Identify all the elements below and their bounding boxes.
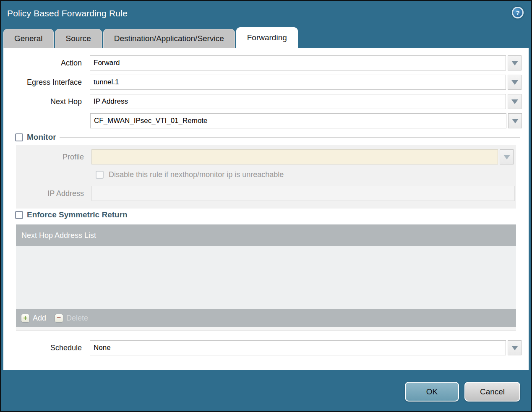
chevron-down-icon	[511, 346, 518, 350]
action-input[interactable]	[90, 55, 506, 70]
monitor-panel: Profile Disable this rule if nexthop/mon…	[16, 145, 516, 209]
next-hop-address-list-toolbar: + Add − Delete	[16, 309, 516, 327]
monitor-ip-address-row: IP Address	[16, 186, 516, 201]
schedule-input[interactable]	[90, 340, 506, 355]
tab-general[interactable]: General	[3, 29, 54, 48]
next-hop-type-input[interactable]	[90, 94, 506, 109]
monitor-legend: Monitor	[13, 133, 60, 142]
add-button[interactable]: + Add	[21, 314, 46, 323]
next-hop-address-list-body	[16, 246, 516, 309]
profile-label: Profile	[16, 153, 88, 162]
action-dropdown-button[interactable]	[508, 55, 522, 70]
help-glyph: ?	[516, 9, 519, 16]
next-hop-address-list-header: Next Hop Address List	[16, 224, 516, 246]
disable-rule-row: Disable this rule if nexthop/monitor ip …	[96, 170, 516, 179]
action-row: Action	[3, 55, 529, 70]
monitor-ip-address-input	[91, 186, 515, 201]
profile-input	[91, 149, 498, 164]
next-hop-row: Next Hop	[3, 94, 529, 109]
minus-icon: −	[55, 314, 63, 323]
plus-icon: +	[21, 314, 30, 323]
page-title: Policy Based Forwarding Rule	[1, 1, 531, 18]
delete-button: − Delete	[55, 314, 88, 323]
minus-glyph: −	[57, 314, 61, 321]
egress-interface-dropdown-button[interactable]	[508, 75, 522, 90]
symmetric-return-group-title: Enforce Symmetric Return	[27, 210, 128, 219]
help-icon[interactable]: ?	[512, 7, 524, 18]
cancel-button[interactable]: Cancel	[464, 382, 520, 402]
chevron-down-icon	[512, 119, 519, 123]
next-hop-address-dropdown-button[interactable]	[508, 113, 522, 128]
add-button-label: Add	[33, 314, 46, 323]
action-label: Action	[3, 59, 86, 68]
chevron-down-icon	[503, 155, 510, 159]
next-hop-address-list: Next Hop Address List + Add − Delete	[16, 224, 516, 331]
monitor-group: Monitor Profile Disable this rule if nex…	[13, 133, 520, 209]
monitor-group-title: Monitor	[27, 133, 56, 142]
forwarding-tab-panel: Action Egress Interface Next Hop	[3, 48, 529, 370]
tab-source[interactable]: Source	[55, 29, 102, 48]
policy-based-forwarding-dialog: Policy Based Forwarding Rule ? General S…	[1, 1, 531, 411]
egress-interface-input[interactable]	[90, 75, 506, 90]
disable-rule-checkbox	[96, 171, 104, 179]
profile-dropdown-button	[500, 149, 514, 164]
list-scroll-strip	[16, 327, 516, 331]
next-hop-address-row	[3, 113, 529, 128]
tab-bar: General Source Destination/Application/S…	[3, 27, 531, 48]
egress-interface-label: Egress Interface	[3, 78, 86, 87]
schedule-label: Schedule	[3, 344, 86, 352]
symmetric-return-legend: Enforce Symmetric Return	[13, 210, 131, 219]
next-hop-label: Next Hop	[3, 97, 86, 106]
schedule-row: Schedule	[3, 340, 529, 355]
monitor-ip-address-label: IP Address	[16, 189, 88, 198]
ok-button[interactable]: OK	[405, 382, 459, 402]
chevron-down-icon	[511, 99, 518, 104]
dialog-footer: OK Cancel	[1, 370, 531, 402]
chevron-down-icon	[511, 61, 518, 65]
plus-glyph: +	[23, 314, 28, 321]
delete-button-label: Delete	[66, 314, 88, 323]
disable-rule-label: Disable this rule if nexthop/monitor ip …	[109, 170, 284, 179]
title-bar: Policy Based Forwarding Rule ?	[1, 1, 531, 27]
symmetric-return-group: Enforce Symmetric Return Next Hop Addres…	[13, 210, 520, 331]
enforce-symmetric-return-checkbox[interactable]	[15, 211, 23, 219]
egress-interface-row: Egress Interface	[3, 75, 529, 90]
profile-row: Profile	[16, 149, 516, 164]
chevron-down-icon	[511, 80, 518, 85]
next-hop-dropdown-button[interactable]	[508, 94, 522, 109]
monitor-checkbox[interactable]	[15, 133, 23, 141]
schedule-dropdown-button[interactable]	[508, 340, 522, 355]
next-hop-address-input[interactable]	[90, 113, 506, 128]
tab-destination-application-service[interactable]: Destination/Application/Service	[103, 29, 235, 48]
tab-forwarding[interactable]: Forwarding	[236, 27, 298, 48]
